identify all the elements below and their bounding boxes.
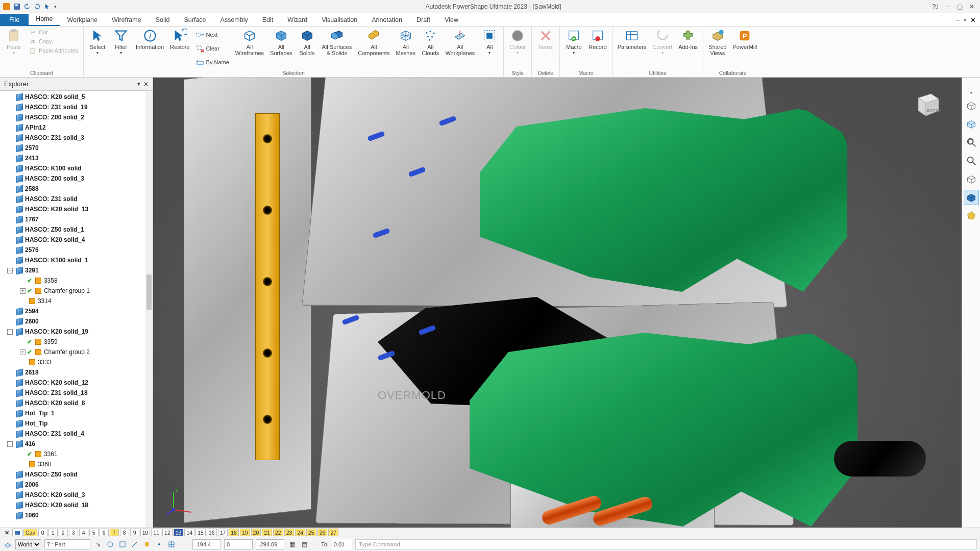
explorer-tree[interactable]: HASCO: K20 solid_5HASCO: Z31 solid_19HAS… (0, 91, 153, 528)
tree-item[interactable]: HASCO: K20 solid_3 (0, 490, 153, 500)
tree-item[interactable]: HASCO: Z50 solid (0, 469, 153, 480)
layer-7[interactable]: 7 (110, 529, 119, 536)
status-calc-icon[interactable]: ▤ (300, 540, 309, 549)
record-button[interactable]: Record (586, 28, 608, 69)
layer-3[interactable]: 3 (69, 529, 78, 536)
tree-item[interactable]: 1060 (0, 510, 153, 520)
layer-21[interactable]: 21 (262, 529, 272, 536)
tab-wizard[interactable]: Wizard (280, 14, 314, 26)
select-button[interactable]: Select▾ (87, 28, 108, 69)
ribbon-close-icon[interactable]: ✕ (970, 16, 976, 24)
view-iso1-button[interactable] (964, 98, 979, 113)
status-snap1-icon[interactable] (106, 540, 115, 549)
minimize-child-icon[interactable]: – (942, 2, 952, 11)
level-field[interactable]: 7 : Part (44, 539, 90, 549)
tree-item[interactable]: 2618 (0, 367, 153, 378)
layerbar-icon1[interactable] (12, 529, 22, 536)
layer-27[interactable]: 27 (328, 529, 338, 536)
view-render-button[interactable] (964, 208, 979, 223)
tab-assembly[interactable]: Assembly (213, 14, 255, 26)
view-wireframe-button[interactable] (964, 171, 979, 187)
tree-item[interactable]: -3291 (0, 265, 153, 276)
clear-button[interactable]: Clear (194, 44, 231, 53)
tab-visualisation[interactable]: Visualisation (314, 14, 364, 26)
layer-17[interactable]: 17 (218, 529, 228, 536)
tree-item[interactable]: HASCO: Z31 solid_18 (0, 388, 153, 398)
tree-item[interactable]: HASCO: K100 solid (0, 163, 153, 173)
tree-item[interactable]: 2576 (0, 245, 153, 255)
layer-2[interactable]: 2 (59, 529, 68, 536)
layer-23[interactable]: 23 (284, 529, 295, 536)
copy-button[interactable]: ⧉Copy (27, 37, 80, 46)
tree-item[interactable]: HASCO: Z31 solid_3 (0, 133, 153, 143)
layer-9[interactable]: 9 (130, 529, 139, 536)
tree-item[interactable]: HASCO: K20 solid_5 (0, 92, 153, 102)
tab-edit[interactable]: Edit (255, 14, 281, 26)
layer-26[interactable]: 26 (317, 529, 328, 536)
status-snap3-icon[interactable] (130, 540, 139, 549)
coord-x[interactable]: -194.4 (192, 539, 221, 549)
tree-item[interactable]: HASCO: Z00 solid_2 (0, 112, 153, 122)
layer-19[interactable]: 19 (240, 529, 250, 536)
next-button[interactable]: Next (194, 30, 231, 39)
tab-view[interactable]: View (437, 14, 465, 26)
qat-save-icon[interactable] (13, 3, 20, 10)
tree-item[interactable]: -HASCO: K20 solid_19 (0, 327, 153, 337)
coord-y[interactable]: 0 (224, 539, 253, 549)
tree-item[interactable]: 2600 (0, 316, 153, 327)
tree-item[interactable]: +✔Chamfer group 2 (0, 347, 153, 357)
convert-button[interactable]: Convert▾ (651, 28, 675, 69)
layer-0[interactable]: 0 (38, 529, 47, 536)
information-button[interactable]: iInformation (134, 28, 166, 69)
tree-item[interactable]: 2006 (0, 480, 153, 490)
layer-22[interactable]: 22 (273, 529, 283, 536)
layer-13[interactable]: 13 (174, 529, 184, 536)
tab-wireframe[interactable]: Wireframe (105, 14, 149, 26)
layer-5[interactable]: 5 (89, 529, 99, 536)
tab-surface[interactable]: Surface (177, 14, 213, 26)
view-iso2-button[interactable] (964, 116, 979, 132)
tree-item[interactable]: HASCO: Z50 solid_1 (0, 224, 153, 235)
tree-item[interactable]: 2413 (0, 153, 153, 163)
view-shaded-button[interactable] (964, 190, 979, 205)
layer-6[interactable]: 6 (100, 529, 109, 536)
shared-views-button[interactable]: Shared Views (706, 28, 728, 69)
tol-value[interactable]: 0.01 (332, 539, 352, 549)
zoom-fit-button[interactable] (964, 135, 979, 150)
macro-button[interactable]: Macro▾ (563, 28, 584, 69)
layer-15[interactable]: 15 (195, 529, 206, 536)
layer-18[interactable]: 18 (229, 529, 239, 536)
tab-workplane[interactable]: Workplane (60, 14, 105, 26)
tree-item[interactable]: 2594 (0, 306, 153, 316)
status-lock-icon[interactable]: ▦ (287, 540, 297, 549)
status-snap2-icon[interactable] (118, 540, 127, 549)
tree-item[interactable]: HASCO: K20 solid_8 (0, 398, 153, 408)
status-snap5-icon[interactable] (155, 540, 164, 549)
tree-item[interactable]: APin12 (0, 122, 153, 133)
paste-button[interactable]: Paste▾ (3, 28, 24, 69)
delete-items-button[interactable]: Items (535, 28, 556, 69)
all-surfaces-button[interactable]: All Surfaces (268, 28, 294, 69)
command-input[interactable]: Type Command (355, 539, 977, 549)
layer-4[interactable]: 4 (79, 529, 88, 536)
tree-item[interactable]: HASCO: Z31 solid_4 (0, 429, 153, 439)
tab-annotation[interactable]: Annotation (364, 14, 409, 26)
tree-item[interactable]: ✔3361 (0, 449, 153, 459)
layer-14[interactable]: 14 (184, 529, 194, 536)
layer-25[interactable]: 25 (306, 529, 316, 536)
paste-attrs-button[interactable]: 📋Paste Attributes (27, 46, 80, 55)
layer-11[interactable]: 11 (151, 529, 161, 536)
tree-item[interactable]: HASCO: K100 solid_1 (0, 255, 153, 265)
tree-item[interactable]: -416 (0, 439, 153, 449)
layer-12[interactable]: 12 (162, 529, 173, 536)
tree-item[interactable]: HASCO: K20 solid_4 (0, 235, 153, 245)
status-arrow-icon[interactable]: ↘ (93, 540, 103, 549)
workplane-select[interactable]: World (15, 539, 41, 549)
tab-solid[interactable]: Solid (149, 14, 177, 26)
layer-10[interactable]: 10 (140, 529, 151, 536)
all-button[interactable]: All▾ (479, 28, 500, 69)
status-snap4-icon[interactable] (142, 540, 152, 549)
tree-item[interactable]: HASCO: K20 solid_13 (0, 204, 153, 214)
tree-item[interactable]: HASCO: K20 solid_12 (0, 378, 153, 388)
tree-item[interactable]: ✔3358 (0, 276, 153, 286)
